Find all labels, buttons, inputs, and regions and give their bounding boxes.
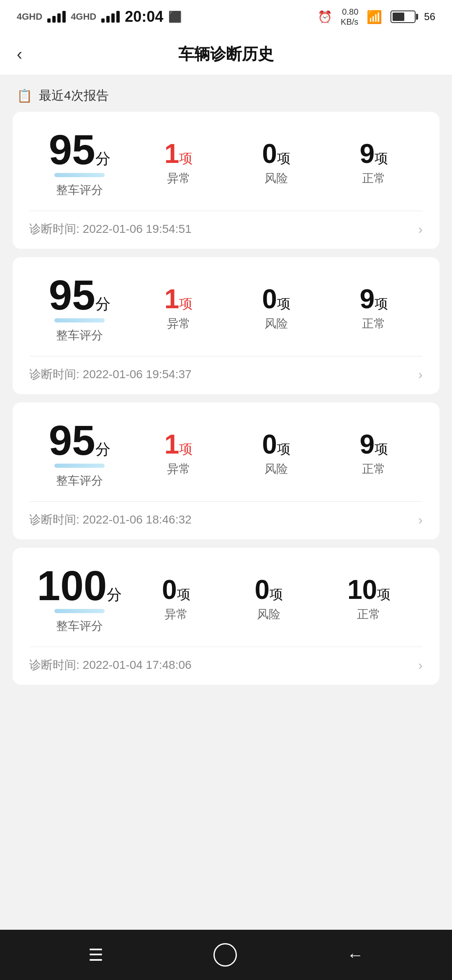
- normal-unit-1: 项: [375, 151, 388, 166]
- abnormal-count-3: 1项: [164, 431, 193, 458]
- score-value-3: 95分: [49, 419, 110, 461]
- risk-unit-1: 项: [277, 151, 290, 166]
- abnormal-count-1: 1项: [164, 140, 193, 167]
- abnormal-item-4: 0项 异常: [162, 576, 190, 622]
- section-header: 📋 最近4次报告: [0, 75, 452, 112]
- abnormal-count-4: 0项: [162, 576, 190, 603]
- normal-item-1: 9项 正常: [360, 140, 388, 186]
- score-number-1: 95: [49, 129, 95, 170]
- normal-count-1: 9项: [360, 140, 388, 167]
- section-label: 最近4次报告: [39, 87, 109, 104]
- speed-display: 0.80 KB/s: [341, 7, 358, 27]
- score-underline-2: [54, 318, 105, 322]
- wifi-icon: 📶: [367, 10, 382, 24]
- score-items-2: 1项 异常 0项 风险 9项 正常: [130, 286, 423, 332]
- risk-unit-2: 项: [277, 296, 290, 311]
- score-number-2: 95: [49, 274, 95, 316]
- diag-time-4: 诊断时间: 2022-01-04 17:48:06: [29, 657, 192, 673]
- report-card-2[interactable]: 95分 整车评分 1项 异常 0项: [13, 257, 439, 394]
- abnormal-label-3: 异常: [167, 461, 190, 477]
- card-scores-2: 95分 整车评分 1项 异常 0项: [29, 274, 423, 356]
- card-footer-3[interactable]: 诊断时间: 2022-01-06 18:46:32 ›: [29, 502, 423, 539]
- normal-label-4: 正常: [357, 606, 380, 622]
- nav-menu-button[interactable]: ☰: [88, 945, 103, 965]
- battery-level: 56: [424, 11, 435, 23]
- risk-item-2: 0项 风险: [262, 286, 290, 332]
- card-footer-1[interactable]: 诊断时间: 2022-01-06 19:54:51 ›: [29, 211, 423, 249]
- card-scores-4: 100分 整车评分 0项 异常 0项: [29, 565, 423, 647]
- risk-label-2: 风险: [265, 316, 288, 332]
- score-unit-1: 分: [95, 151, 110, 166]
- normal-unit-3: 项: [375, 441, 388, 456]
- normal-item-4: 10项 正常: [347, 576, 390, 622]
- abnormal-unit-4: 项: [177, 587, 190, 602]
- score-number-3: 95: [49, 419, 95, 461]
- report-card-3[interactable]: 95分 整车评分 1项 异常 0项: [13, 402, 439, 539]
- abnormal-unit-1: 项: [179, 151, 193, 166]
- diag-time-1: 诊断时间: 2022-01-06 19:54:51: [29, 221, 192, 237]
- home-circle-icon: [213, 943, 237, 967]
- bottom-nav: ☰ ←: [0, 930, 452, 980]
- back-arrow-icon: ←: [347, 946, 364, 965]
- network-label-2: 4GHD: [71, 11, 96, 22]
- risk-label-4: 风险: [257, 606, 280, 622]
- normal-count-3: 9项: [360, 431, 388, 458]
- alarm-icon: ⏰: [318, 10, 332, 24]
- score-items-4: 0项 异常 0项 风险 10项 正常: [130, 576, 423, 622]
- page-header: ‹ 车辆诊断历史: [0, 34, 452, 75]
- score-main-1: 95分 整车评分: [29, 129, 130, 198]
- normal-unit-2: 项: [375, 296, 388, 311]
- score-unit-4: 分: [107, 587, 122, 602]
- normal-count-2: 9项: [360, 286, 388, 312]
- nav-back-button[interactable]: ←: [347, 946, 364, 965]
- abnormal-item-1: 1项 异常: [164, 140, 193, 186]
- normal-label-1: 正常: [362, 170, 385, 186]
- risk-count-1: 0项: [262, 140, 290, 167]
- nav-home-button[interactable]: [213, 943, 237, 967]
- score-label-3: 整车评分: [56, 473, 103, 489]
- card-scores-3: 95分 整车评分 1项 异常 0项: [29, 419, 423, 501]
- card-footer-4[interactable]: 诊断时间: 2022-01-04 17:48:06 ›: [29, 647, 423, 685]
- score-value-1: 95分: [49, 129, 110, 170]
- abnormal-item-3: 1项 异常: [164, 431, 193, 477]
- status-time: 20:04: [125, 8, 163, 26]
- chevron-right-icon-4: ›: [418, 658, 423, 673]
- card-scores-1: 95分 整车评分 1项 异常 0项: [29, 129, 423, 211]
- abnormal-unit-3: 项: [179, 441, 193, 456]
- score-value-2: 95分: [49, 274, 110, 316]
- score-label-4: 整车评分: [56, 618, 103, 634]
- signal-icon-2: [101, 11, 120, 23]
- chevron-right-icon-1: ›: [418, 222, 423, 237]
- risk-item-1: 0项 风险: [262, 140, 290, 186]
- score-label-1: 整车评分: [56, 182, 103, 198]
- score-items-1: 1项 异常 0项 风险 9项 正常: [130, 140, 423, 186]
- diag-time-2: 诊断时间: 2022-01-06 19:54:37: [29, 366, 192, 382]
- report-card-4[interactable]: 100分 整车评分 0项 异常 0项: [13, 548, 439, 685]
- status-right: ⏰ 0.80 KB/s 📶 56: [318, 7, 435, 27]
- abnormal-count-2: 1项: [164, 286, 193, 312]
- risk-count-2: 0项: [262, 286, 290, 312]
- report-card-1[interactable]: 95分 整车评分 1项 异常 0项: [13, 112, 439, 249]
- risk-label-1: 风险: [265, 170, 288, 186]
- status-left: 4GHD 4GHD 20:04 ⬛: [17, 8, 182, 26]
- abnormal-label-2: 异常: [167, 316, 190, 332]
- risk-item-4: 0项 风险: [254, 576, 283, 622]
- normal-count-4: 10项: [347, 576, 390, 603]
- score-main-2: 95分 整车评分: [29, 274, 130, 343]
- score-main-4: 100分 整车评分: [29, 565, 130, 634]
- screen-record-icon: ⬛: [168, 10, 182, 23]
- risk-unit-4: 项: [270, 587, 283, 602]
- card-footer-2[interactable]: 诊断时间: 2022-01-06 19:54:37 ›: [29, 356, 423, 394]
- diag-time-3: 诊断时间: 2022-01-06 18:46:32: [29, 512, 192, 528]
- risk-item-3: 0项 风险: [262, 431, 290, 477]
- score-value-4: 100分: [37, 565, 122, 606]
- signal-icon-1: [47, 11, 66, 23]
- score-underline-3: [54, 464, 105, 468]
- risk-count-4: 0项: [254, 576, 283, 603]
- back-button[interactable]: ‹: [17, 45, 22, 64]
- normal-label-2: 正常: [362, 316, 385, 332]
- score-items-3: 1项 异常 0项 风险 9项 正常: [130, 431, 423, 477]
- menu-icon: ☰: [88, 945, 103, 965]
- score-label-2: 整车评分: [56, 328, 103, 343]
- abnormal-item-2: 1项 异常: [164, 286, 193, 332]
